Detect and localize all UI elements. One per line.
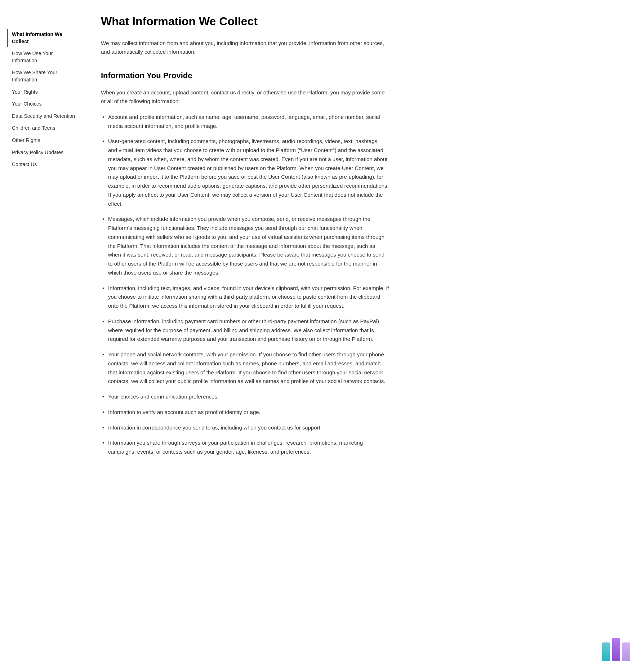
sidebar-item-your-rights[interactable]: Your Rights <box>7 86 79 98</box>
page-title: What Information We Collect <box>101 14 389 28</box>
logo-bar-purple-short <box>622 642 630 661</box>
list-item: Information you share through surveys or… <box>101 439 389 457</box>
intro-text: We may collect information from and abou… <box>101 39 389 56</box>
bullet-list: Account and profile information, such as… <box>101 113 389 457</box>
sidebar-item-children-teens[interactable]: Children and Teens <box>7 123 79 134</box>
sidebar-item-data-security[interactable]: Data Security and Retention <box>7 111 79 122</box>
sidebar: What Information We CollectHow We Use Yo… <box>0 0 86 672</box>
list-item: Information, including text, images, and… <box>101 284 389 311</box>
list-item: Information to verify an account such as… <box>101 408 389 417</box>
list-item: Purchase information, including payment … <box>101 317 389 344</box>
list-item: User-generated content, including commen… <box>101 137 389 208</box>
list-item: Your phone and social network contacts, … <box>101 350 389 386</box>
sidebar-item-privacy-policy-updates[interactable]: Privacy Policy Updates <box>7 147 79 159</box>
sidebar-item-what-information[interactable]: What Information We Collect <box>7 29 79 47</box>
sidebar-item-how-share[interactable]: How We Share Your Information <box>7 67 79 85</box>
sidebar-nav: What Information We CollectHow We Use Yo… <box>7 29 79 170</box>
sidebar-item-your-choices[interactable]: Your Choices <box>7 98 79 110</box>
section-intro: When you create an account, upload conte… <box>101 88 389 106</box>
logo-bar-purple-tall <box>612 638 620 661</box>
sidebar-item-contact-us[interactable]: Contact Us <box>7 159 79 170</box>
sidebar-item-how-use[interactable]: How We Use Your Information <box>7 48 79 66</box>
section-title: Information You Provide <box>101 71 389 81</box>
main-content: What Information We Collect We may colle… <box>86 0 411 672</box>
logo-bar-cyan <box>602 642 610 661</box>
list-item: Information in correspondence you send t… <box>101 423 389 432</box>
list-item: Account and profile information, such as… <box>101 113 389 131</box>
sidebar-item-other-rights[interactable]: Other Rights <box>7 135 79 146</box>
tiktok-logo <box>602 638 630 661</box>
list-item: Your choices and communication preferenc… <box>101 392 389 401</box>
list-item: Messages, which include information you … <box>101 215 389 277</box>
